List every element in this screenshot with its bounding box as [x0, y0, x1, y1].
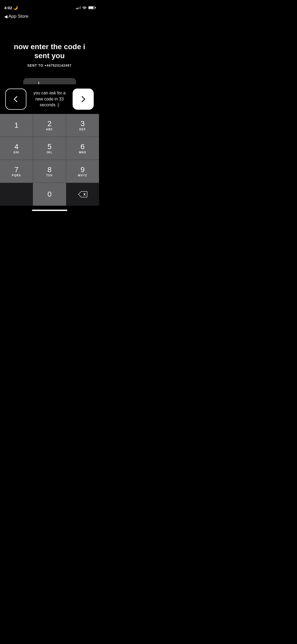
arrow-right-icon: [79, 95, 87, 103]
back-chevron: ◀: [4, 14, 7, 19]
key-7[interactable]: 7 PQRS: [0, 160, 33, 183]
key-5[interactable]: 5 JKL: [33, 137, 66, 160]
battery-icon: [88, 6, 95, 9]
main-content: now enter the code i sent you SENT TO +4…: [0, 21, 99, 93]
status-time: 4:02 🌙: [4, 6, 18, 10]
back-button[interactable]: [5, 89, 26, 110]
key-4[interactable]: 4 GHI: [0, 137, 33, 160]
key-8[interactable]: 8 TUV: [33, 160, 66, 183]
wifi-icon: [82, 6, 87, 9]
keypad: 1 2 ABC 3 DEF 4 GHI 5 JKL 6 MNO 7 PQRS 8: [0, 114, 99, 206]
back-nav[interactable]: ◀ App Store: [0, 12, 99, 21]
timer-message: you can ask for a new code in 33 seconds…: [26, 90, 73, 108]
forward-button[interactable]: [73, 89, 94, 110]
page-title: now enter the code i sent you: [0, 42, 99, 60]
key-1[interactable]: 1: [0, 114, 33, 137]
key-2[interactable]: 2 ABC: [33, 114, 66, 137]
home-bar: [32, 210, 67, 211]
key-delete[interactable]: [66, 183, 99, 206]
signal-icon: [76, 6, 81, 9]
delete-icon: [78, 191, 87, 198]
key-9[interactable]: 9 WXYZ: [66, 160, 99, 183]
bottom-section: you can ask for a new code in 33 seconds…: [0, 84, 99, 215]
phone-subtitle: SENT TO +447523142467: [27, 64, 72, 67]
key-empty: [0, 183, 33, 206]
key-3[interactable]: 3 DEF: [66, 114, 99, 137]
nav-row: you can ask for a new code in 33 seconds…: [0, 84, 99, 114]
key-6[interactable]: 6 MNO: [66, 137, 99, 160]
moon-icon: 🌙: [13, 6, 18, 10]
key-0[interactable]: 0: [33, 183, 66, 206]
arrow-left-icon: [12, 95, 20, 103]
back-label: App Store: [8, 14, 29, 19]
time-label: 4:02: [4, 6, 12, 10]
home-indicator: [0, 206, 99, 215]
status-indicators: [76, 6, 95, 9]
status-bar: 4:02 🌙: [0, 0, 99, 12]
